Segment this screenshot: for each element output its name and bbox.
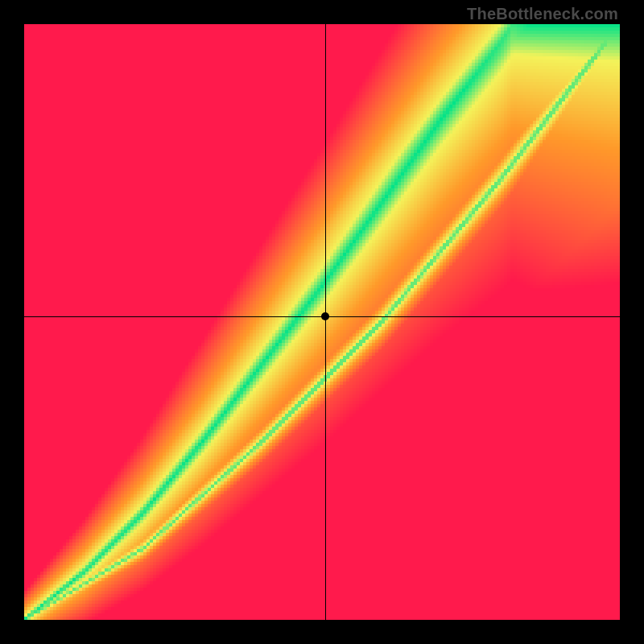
attribution-text: TheBottleneck.com — [467, 5, 618, 23]
crosshair-vertical — [325, 24, 326, 620]
marker-dot — [321, 312, 329, 320]
heatmap-plot — [24, 24, 620, 620]
heatmap-canvas — [24, 24, 620, 620]
chart-frame: TheBottleneck.com — [0, 0, 644, 644]
